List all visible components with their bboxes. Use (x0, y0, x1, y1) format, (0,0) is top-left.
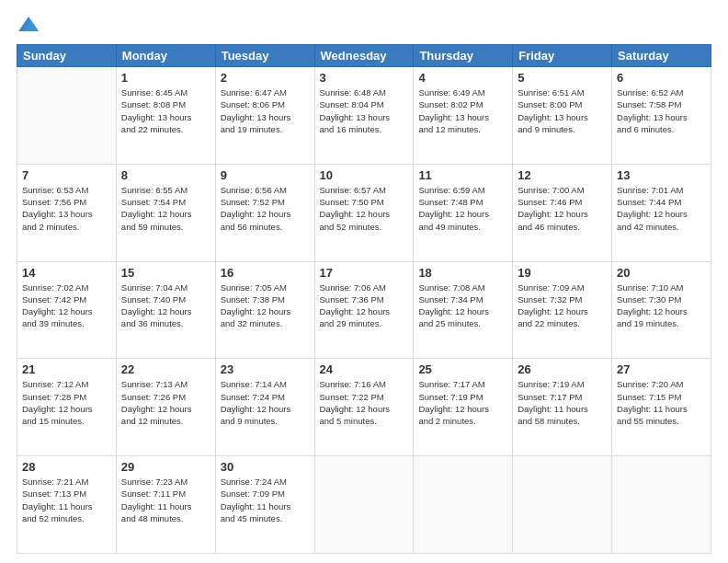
calendar-cell: 29Sunrise: 7:23 AM Sunset: 7:11 PM Dayli… (116, 456, 215, 554)
day-number: 6 (617, 71, 706, 85)
calendar-cell (414, 456, 513, 554)
day-number: 23 (221, 362, 310, 376)
calendar-cell: 26Sunrise: 7:19 AM Sunset: 7:17 PM Dayli… (513, 359, 612, 456)
calendar-cell: 6Sunrise: 6:52 AM Sunset: 7:58 PM Daylig… (612, 67, 711, 165)
cell-info: Sunrise: 7:01 AM Sunset: 7:44 PM Dayligh… (617, 184, 706, 233)
cell-info: Sunrise: 7:12 AM Sunset: 7:28 PM Dayligh… (22, 378, 111, 427)
calendar-week-row: 1Sunrise: 6:45 AM Sunset: 8:08 PM Daylig… (17, 67, 711, 165)
day-number: 25 (418, 362, 507, 376)
calendar-cell: 22Sunrise: 7:13 AM Sunset: 7:26 PM Dayli… (116, 359, 215, 456)
cell-info: Sunrise: 7:17 AM Sunset: 7:19 PM Dayligh… (418, 378, 507, 427)
calendar-cell: 25Sunrise: 7:17 AM Sunset: 7:19 PM Dayli… (414, 359, 513, 456)
calendar-cell: 30Sunrise: 7:24 AM Sunset: 7:09 PM Dayli… (215, 456, 314, 554)
day-number: 7 (22, 168, 111, 182)
day-number: 12 (518, 168, 607, 182)
day-number: 18 (418, 266, 507, 280)
cell-info: Sunrise: 6:53 AM Sunset: 7:56 PM Dayligh… (22, 184, 111, 233)
day-number: 14 (22, 266, 111, 280)
day-number: 19 (518, 266, 607, 280)
calendar-cell: 20Sunrise: 7:10 AM Sunset: 7:30 PM Dayli… (612, 261, 711, 359)
cell-info: Sunrise: 6:56 AM Sunset: 7:52 PM Dayligh… (221, 184, 310, 233)
calendar-cell: 8Sunrise: 6:55 AM Sunset: 7:54 PM Daylig… (116, 164, 215, 261)
cell-info: Sunrise: 7:10 AM Sunset: 7:30 PM Dayligh… (617, 282, 706, 330)
cell-info: Sunrise: 7:02 AM Sunset: 7:42 PM Dayligh… (22, 282, 111, 330)
calendar-week-row: 21Sunrise: 7:12 AM Sunset: 7:28 PM Dayli… (17, 359, 711, 456)
cell-info: Sunrise: 6:49 AM Sunset: 8:02 PM Dayligh… (418, 86, 507, 135)
cell-info: Sunrise: 6:48 AM Sunset: 8:04 PM Dayligh… (320, 86, 409, 135)
calendar-cell: 24Sunrise: 7:16 AM Sunset: 7:22 PM Dayli… (314, 359, 414, 456)
calendar-cell: 5Sunrise: 6:51 AM Sunset: 8:00 PM Daylig… (513, 67, 612, 165)
day-number: 8 (121, 168, 210, 182)
calendar-cell: 9Sunrise: 6:56 AM Sunset: 7:52 PM Daylig… (215, 164, 314, 261)
day-number: 4 (418, 71, 507, 85)
day-header: Thursday (414, 45, 513, 67)
calendar-cell: 16Sunrise: 7:05 AM Sunset: 7:38 PM Dayli… (215, 261, 314, 359)
header (17, 17, 711, 35)
day-number: 2 (221, 71, 310, 85)
calendar-header-row: SundayMondayTuesdayWednesdayThursdayFrid… (17, 45, 711, 67)
day-number: 28 (22, 460, 111, 474)
day-number: 20 (617, 266, 706, 280)
day-header: Saturday (612, 45, 711, 67)
day-header: Tuesday (215, 45, 314, 67)
day-number: 26 (518, 362, 607, 376)
calendar-cell (17, 67, 117, 165)
cell-info: Sunrise: 7:08 AM Sunset: 7:34 PM Dayligh… (418, 282, 507, 330)
day-number: 9 (221, 168, 310, 182)
calendar-week-row: 28Sunrise: 7:21 AM Sunset: 7:13 PM Dayli… (17, 456, 711, 554)
calendar-cell: 18Sunrise: 7:08 AM Sunset: 7:34 PM Dayli… (414, 261, 513, 359)
cell-info: Sunrise: 7:00 AM Sunset: 7:46 PM Dayligh… (518, 184, 607, 233)
calendar-cell: 14Sunrise: 7:02 AM Sunset: 7:42 PM Dayli… (17, 261, 117, 359)
cell-info: Sunrise: 7:19 AM Sunset: 7:17 PM Dayligh… (518, 378, 607, 427)
calendar-table: SundayMondayTuesdayWednesdayThursdayFrid… (17, 44, 711, 554)
day-number: 1 (121, 71, 210, 85)
calendar-cell: 3Sunrise: 6:48 AM Sunset: 8:04 PM Daylig… (314, 67, 414, 165)
day-number: 24 (320, 362, 409, 376)
cell-info: Sunrise: 6:59 AM Sunset: 7:48 PM Dayligh… (418, 184, 507, 233)
calendar-cell: 2Sunrise: 6:47 AM Sunset: 8:06 PM Daylig… (215, 67, 314, 165)
page: SundayMondayTuesdayWednesdayThursdayFrid… (0, 0, 728, 563)
cell-info: Sunrise: 7:06 AM Sunset: 7:36 PM Dayligh… (320, 282, 409, 330)
logo (17, 17, 39, 35)
calendar-cell: 10Sunrise: 6:57 AM Sunset: 7:50 PM Dayli… (314, 164, 414, 261)
calendar-cell: 23Sunrise: 7:14 AM Sunset: 7:24 PM Dayli… (215, 359, 314, 456)
day-number: 17 (320, 266, 409, 280)
cell-info: Sunrise: 6:51 AM Sunset: 8:00 PM Dayligh… (518, 86, 607, 135)
day-number: 21 (22, 362, 111, 376)
day-header: Sunday (17, 45, 117, 67)
calendar-cell: 11Sunrise: 6:59 AM Sunset: 7:48 PM Dayli… (414, 164, 513, 261)
day-header: Friday (513, 45, 612, 67)
cell-info: Sunrise: 6:45 AM Sunset: 8:08 PM Dayligh… (121, 86, 210, 135)
day-number: 30 (221, 460, 310, 474)
cell-info: Sunrise: 7:20 AM Sunset: 7:15 PM Dayligh… (617, 378, 706, 427)
day-number: 16 (221, 266, 310, 280)
cell-info: Sunrise: 6:55 AM Sunset: 7:54 PM Dayligh… (121, 184, 210, 233)
cell-info: Sunrise: 6:47 AM Sunset: 8:06 PM Dayligh… (221, 86, 310, 135)
calendar-cell: 19Sunrise: 7:09 AM Sunset: 7:32 PM Dayli… (513, 261, 612, 359)
day-number: 3 (320, 71, 409, 85)
calendar-week-row: 14Sunrise: 7:02 AM Sunset: 7:42 PM Dayli… (17, 261, 711, 359)
day-header: Monday (116, 45, 215, 67)
calendar-cell (612, 456, 711, 554)
day-number: 27 (617, 362, 706, 376)
day-number: 15 (121, 266, 210, 280)
calendar-cell: 1Sunrise: 6:45 AM Sunset: 8:08 PM Daylig… (116, 67, 215, 165)
calendar-cell: 13Sunrise: 7:01 AM Sunset: 7:44 PM Dayli… (612, 164, 711, 261)
calendar-cell: 4Sunrise: 6:49 AM Sunset: 8:02 PM Daylig… (414, 67, 513, 165)
calendar-cell: 12Sunrise: 7:00 AM Sunset: 7:46 PM Dayli… (513, 164, 612, 261)
cell-info: Sunrise: 6:52 AM Sunset: 7:58 PM Dayligh… (617, 86, 706, 135)
day-number: 29 (121, 460, 210, 474)
calendar-cell: 28Sunrise: 7:21 AM Sunset: 7:13 PM Dayli… (17, 456, 117, 554)
day-number: 22 (121, 362, 210, 376)
day-number: 11 (418, 168, 507, 182)
cell-info: Sunrise: 7:05 AM Sunset: 7:38 PM Dayligh… (221, 282, 310, 330)
calendar-cell: 7Sunrise: 6:53 AM Sunset: 7:56 PM Daylig… (17, 164, 117, 261)
calendar-cell: 21Sunrise: 7:12 AM Sunset: 7:28 PM Dayli… (17, 359, 117, 456)
cell-info: Sunrise: 6:57 AM Sunset: 7:50 PM Dayligh… (320, 184, 409, 233)
calendar-cell: 27Sunrise: 7:20 AM Sunset: 7:15 PM Dayli… (612, 359, 711, 456)
day-number: 10 (320, 168, 409, 182)
calendar-cell: 17Sunrise: 7:06 AM Sunset: 7:36 PM Dayli… (314, 261, 414, 359)
logo-icon (18, 15, 39, 35)
day-number: 13 (617, 168, 706, 182)
cell-info: Sunrise: 7:13 AM Sunset: 7:26 PM Dayligh… (121, 378, 210, 427)
